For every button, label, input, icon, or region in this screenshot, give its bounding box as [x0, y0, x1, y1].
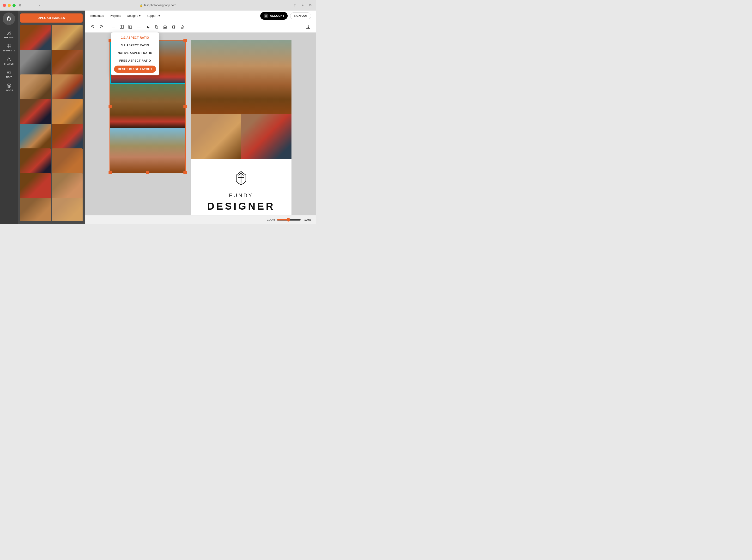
fundy-name: FUNDY	[229, 192, 253, 199]
list-item[interactable]	[52, 75, 83, 100]
tabs-icon[interactable]: ⧉	[307, 3, 313, 7]
app-logo[interactable]	[3, 13, 15, 25]
copy-button[interactable]	[153, 23, 160, 31]
list-item[interactable]	[52, 148, 83, 174]
list-item[interactable]	[20, 25, 50, 51]
dropdown-item-free[interactable]: FREE ASPECT RATIO	[111, 57, 159, 65]
image-grid	[20, 25, 83, 221]
svg-rect-5	[9, 46, 11, 48]
dropdown-item-reset[interactable]: RESET IMAGE LAYOUT	[114, 65, 156, 73]
list-item[interactable]	[52, 99, 83, 124]
zoom-slider[interactable]	[277, 218, 301, 222]
list-item[interactable]	[20, 124, 50, 149]
list-item[interactable]	[52, 25, 83, 51]
forward-button[interactable]: ›	[43, 3, 49, 7]
nav-right: A ACCOUNT SIGN OUT	[260, 12, 311, 20]
zoom-display: 100%	[303, 218, 311, 221]
list-item[interactable]	[52, 50, 83, 75]
minimize-button[interactable]	[8, 4, 11, 7]
right-bot-left-photo[interactable]	[191, 114, 241, 159]
svg-rect-17	[164, 25, 166, 27]
sidebar-item-shapes[interactable]: SHAPES	[0, 54, 18, 67]
resize-handle-bm[interactable]	[146, 171, 149, 174]
account-button[interactable]: A ACCOUNT	[260, 12, 288, 20]
svg-point-1	[8, 32, 8, 33]
chevron-down-icon: ▾	[139, 14, 141, 18]
fundy-title: DESIGNER	[207, 201, 275, 212]
sidebar-item-images[interactable]: IMAGES	[0, 28, 18, 41]
list-item[interactable]	[20, 75, 50, 100]
chevron-down-icon: ▾	[159, 14, 160, 18]
upload-images-button[interactable]: UPLOAD IMAGES	[20, 14, 83, 23]
list-item[interactable]	[52, 173, 83, 199]
maximize-button[interactable]	[13, 4, 16, 7]
layers-button[interactable]	[170, 23, 178, 31]
traffic-lights	[3, 4, 16, 7]
app-layout: IMAGES ELEMENTS SHAPES TEXT	[0, 11, 316, 224]
align-button[interactable]	[135, 23, 143, 31]
nav-designs[interactable]: Designs ▾	[127, 14, 141, 18]
list-item[interactable]	[20, 99, 50, 124]
zoom-bar: ZOOM 100%	[85, 215, 316, 224]
crop-button[interactable]	[109, 23, 117, 31]
list-item[interactable]	[20, 198, 50, 221]
download-button[interactable]	[304, 23, 312, 31]
resize-handle-bl[interactable]	[108, 171, 112, 174]
sidebar-item-logos[interactable]: LOGOS	[0, 81, 18, 94]
right-top-photo[interactable]	[191, 40, 291, 114]
browser-nav: ‹ ›	[37, 3, 49, 7]
avatar: A	[264, 14, 268, 18]
divider	[107, 24, 107, 29]
image-panel: UPLOAD IMAGES	[18, 11, 85, 224]
new-tab-icon[interactable]: ＋	[300, 3, 305, 7]
right-bot-right-photo[interactable]	[241, 114, 291, 159]
dropdown-item-3to2[interactable]: 3:2 ASPECT RATIO	[111, 42, 159, 49]
list-item[interactable]	[20, 173, 50, 199]
fundy-logo-icon	[231, 170, 251, 189]
list-layout-button[interactable]	[118, 23, 126, 31]
aspect-ratio-dropdown: 1:1 ASPECT RATIO 3:2 ASPECT RATIO NATIVE…	[111, 32, 159, 75]
collage-mid-photo[interactable]	[110, 84, 185, 128]
fill-button[interactable]	[144, 23, 151, 31]
titlebar-actions: ⬆ ＋ ⧉	[292, 3, 313, 7]
svg-rect-8	[122, 25, 123, 28]
mask-button[interactable]	[161, 23, 169, 31]
nav-support[interactable]: Support ▾	[146, 14, 160, 18]
undo-button[interactable]	[89, 23, 97, 31]
collage-bot-photo[interactable]	[110, 128, 185, 173]
address-bar[interactable]: 🔒 test.photodesignapp.com	[140, 4, 176, 7]
list-item[interactable]	[52, 198, 83, 221]
svg-point-14	[148, 27, 149, 28]
list-item[interactable]	[20, 148, 50, 174]
back-button[interactable]: ‹	[37, 3, 42, 7]
frame-button[interactable]	[126, 23, 134, 31]
nav-templates[interactable]: Templates	[90, 14, 104, 18]
delete-button[interactable]	[178, 23, 186, 31]
list-item[interactable]	[52, 124, 83, 149]
svg-point-6	[7, 84, 11, 88]
lock-icon: 🔒	[140, 4, 143, 7]
list-item[interactable]	[20, 50, 50, 75]
svg-rect-7	[120, 25, 121, 28]
resize-handle-ml[interactable]	[108, 105, 112, 108]
arrow-indicator	[149, 32, 159, 33]
close-button[interactable]	[3, 4, 6, 7]
main-area: Templates Projects Designs ▾ Support ▾ A…	[85, 11, 316, 224]
sidebar-item-elements[interactable]: ELEMENTS	[0, 41, 18, 54]
sidebar-toggle-button[interactable]: ⊟	[18, 3, 23, 7]
svg-rect-3	[9, 44, 11, 46]
canvas-right: FUNDY DESIGNER	[191, 40, 291, 215]
resize-handle-br[interactable]	[183, 171, 187, 174]
redo-button[interactable]	[98, 23, 105, 31]
signout-button[interactable]: SIGN OUT	[290, 13, 311, 19]
fundy-logo-area: FUNDY DESIGNER	[191, 159, 291, 215]
resize-handle-tr[interactable]	[183, 39, 187, 42]
titlebar: ⊟ ‹ › 🔒 test.photodesignapp.com ⬆ ＋ ⧉	[0, 0, 316, 11]
dropdown-item-native[interactable]: NATIVE ASPECT RATIO	[111, 49, 159, 57]
svg-rect-4	[7, 46, 9, 48]
share-icon[interactable]: ⬆	[292, 3, 298, 7]
nav-projects[interactable]: Projects	[110, 14, 121, 18]
resize-handle-mr[interactable]	[183, 105, 187, 108]
sidebar-item-text[interactable]: TEXT	[0, 67, 18, 81]
dropdown-item-1to1[interactable]: 1:1 ASPECT RATIO	[111, 34, 159, 42]
